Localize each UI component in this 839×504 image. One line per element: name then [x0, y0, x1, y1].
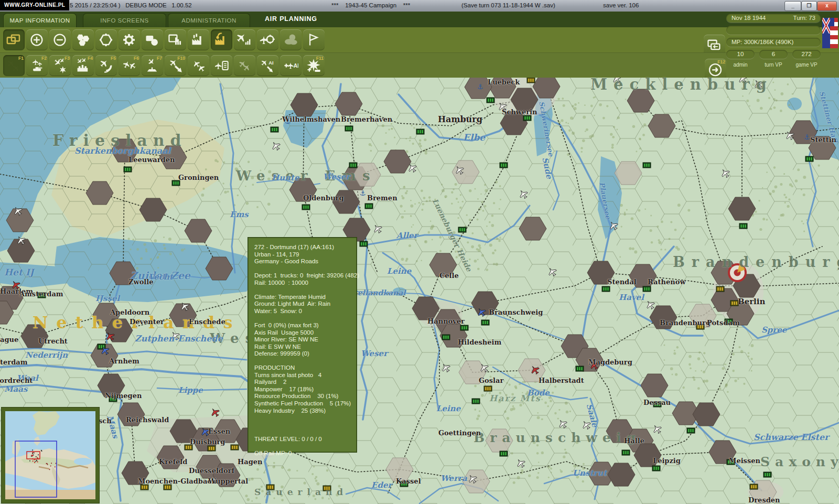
- tooltip-line: Water: 5 Snow: 0: [254, 308, 357, 315]
- ground-unit-icon[interactable]: [730, 301, 738, 306]
- flag-display-button[interactable]: [303, 29, 325, 50]
- game-map[interactable]: ⚓⚓⚓⚓: [0, 78, 839, 504]
- tooltip-line: Off Rail MP: 0: [254, 450, 357, 457]
- air-planning-mode-label: AIR PLANNING: [265, 15, 317, 23]
- ground-unit-icon[interactable]: [185, 445, 192, 450]
- minimap-europe: [5, 411, 95, 499]
- air-group-button[interactable]: [188, 55, 209, 76]
- air-transfer-button-f10[interactable]: F10: [165, 55, 186, 76]
- air-auto-button[interactable]: [234, 55, 255, 76]
- ground-unit-icon[interactable]: [739, 223, 747, 229]
- tab-info-screens[interactable]: INFO SCREENS: [83, 13, 166, 28]
- ground-unit-icon[interactable]: [360, 241, 368, 246]
- f12-label: F12: [717, 59, 725, 65]
- ground-unit-icon[interactable]: [727, 459, 735, 465]
- tab-administration[interactable]: ADMINISTRATION: [168, 13, 250, 28]
- ground-unit-icon[interactable]: [576, 366, 584, 371]
- air-directives-button-f1[interactable]: F1: [3, 55, 25, 76]
- ground-unit-icon[interactable]: [365, 203, 373, 209]
- ground-unit-icon[interactable]: [38, 293, 46, 298]
- ground-support-button-f2[interactable]: F2: [26, 55, 48, 76]
- game-date: Nov 18 1944: [732, 14, 766, 23]
- date-turn-pill: Nov 18 1944 Turn: 73: [726, 14, 821, 23]
- ground-unit-icon[interactable]: [124, 167, 132, 172]
- ground-unit-icon[interactable]: [500, 451, 508, 456]
- restore-button[interactable]: ❐: [801, 1, 817, 11]
- ground-unit-icon[interactable]: [345, 126, 353, 131]
- city-production-display-button[interactable]: [211, 29, 232, 50]
- recon-button-f5[interactable]: F5: [95, 55, 117, 76]
- air-target-button[interactable]: [257, 29, 278, 50]
- bomb-city-button-f11[interactable]: F11: [303, 55, 325, 76]
- toggle-charts-button[interactable]: [165, 29, 186, 50]
- close-button[interactable]: x: [817, 1, 837, 11]
- ai-air-button[interactable]: AI: [280, 55, 302, 76]
- ground-unit-icon[interactable]: [622, 450, 630, 455]
- ground-unit-icon[interactable]: [302, 205, 310, 210]
- stat-pill: 6: [759, 50, 788, 59]
- air-doctrine-button[interactable]: [211, 55, 232, 76]
- naval-patrol-button-f7[interactable]: F7: [142, 55, 163, 76]
- hex-select-button[interactable]: [95, 29, 117, 50]
- ground-unit-icon[interactable]: [442, 335, 450, 340]
- ground-unit-icon[interactable]: [750, 484, 758, 489]
- ground-unit-icon[interactable]: [231, 445, 239, 450]
- tab-map-information[interactable]: MAP INFORMATION: [3, 13, 77, 28]
- ground-unit-icon[interactable]: [696, 324, 704, 329]
- ground-unit-icon[interactable]: [109, 396, 117, 402]
- ground-unit-icon[interactable]: [523, 115, 531, 121]
- ground-unit-icon[interactable]: [643, 286, 651, 292]
- ground-attack-button-f3[interactable]: F3: [49, 55, 71, 76]
- tooltip-line: Urban - 114, 179: [254, 251, 357, 259]
- ground-unit-icon[interactable]: [716, 286, 724, 292]
- port-anchor-icon: ⚓: [804, 133, 810, 141]
- ground-unit-icon[interactable]: [400, 481, 408, 487]
- ground-unit-icon[interactable]: [652, 466, 660, 471]
- ground-unit-icon[interactable]: [141, 485, 148, 490]
- ground-unit-icon[interactable]: [653, 402, 661, 407]
- ground-unit-icon[interactable]: [643, 163, 651, 168]
- ground-unit-icon[interactable]: [725, 319, 733, 324]
- end-turn-button-f12[interactable]: F12: [705, 59, 726, 80]
- zoom-in-button[interactable]: [26, 29, 48, 50]
- stat-label: admin: [726, 62, 755, 68]
- ground-unit-icon[interactable]: [481, 320, 489, 325]
- tooltip-line: Rail: 10000 : 10000: [254, 280, 357, 287]
- strategic-bombing-button-f4[interactable]: F4: [72, 55, 94, 76]
- ground-unit-icon[interactable]: [527, 78, 535, 83]
- empty-pill: [726, 26, 821, 35]
- ground-unit-icon[interactable]: [487, 98, 494, 103]
- motor-pool: MP: 300K/186K (490K): [732, 38, 793, 47]
- jump-map-button[interactable]: [3, 29, 25, 50]
- ai-air-transfer-button[interactable]: AI: [257, 55, 278, 76]
- hex-info-button[interactable]: [72, 29, 94, 50]
- minimap[interactable]: [1, 407, 100, 503]
- ground-unit-icon[interactable]: [472, 399, 480, 404]
- ground-unit-icon[interactable]: [500, 163, 508, 168]
- ground-unit-icon[interactable]: [602, 286, 610, 292]
- ground-unit-icon[interactable]: [763, 472, 771, 477]
- ground-unit-icon[interactable]: [349, 163, 357, 168]
- ground-unit-icon[interactable]: [266, 485, 274, 490]
- weather-display-button[interactable]: [280, 29, 302, 50]
- ground-unit-icon[interactable]: [323, 486, 331, 491]
- ground-unit-icon[interactable]: [271, 127, 278, 132]
- ground-unit-icon[interactable]: [172, 180, 180, 186]
- ground-unit-icon[interactable]: [484, 386, 492, 391]
- ground-unit-icon[interactable]: [208, 446, 216, 451]
- ground-unit-icon[interactable]: [460, 325, 468, 330]
- minimize-button[interactable]: _: [784, 1, 801, 11]
- tooltip-line: Railyard 2: [254, 379, 357, 386]
- ground-unit-icon[interactable]: [687, 428, 695, 433]
- ground-unit-icon[interactable]: [458, 227, 466, 232]
- ground-unit-icon[interactable]: [416, 129, 424, 134]
- air-superiority-button-f6[interactable]: F6: [119, 55, 140, 76]
- factory-display-button[interactable]: [188, 29, 209, 50]
- toggle-counters-button[interactable]: [142, 29, 163, 50]
- zoom-out-button[interactable]: [49, 29, 71, 50]
- settings-button[interactable]: [119, 29, 140, 50]
- stat-pill: 272: [792, 50, 821, 59]
- ground-unit-icon[interactable]: [805, 156, 813, 162]
- ground-unit-icon[interactable]: [164, 485, 171, 490]
- air-display-button[interactable]: [234, 29, 255, 50]
